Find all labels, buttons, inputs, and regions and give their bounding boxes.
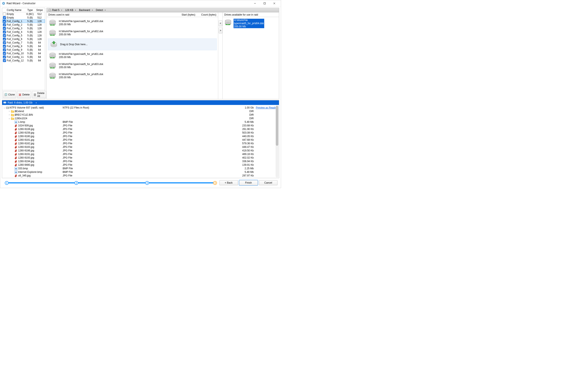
config-row[interactable]: Full_Config_3 5 (B) 128	[2, 26, 45, 30]
config-row[interactable]: Full_Config_7 5 (B) 64	[2, 41, 45, 44]
file-row[interactable]: 1280-9159.jpg JPG File 503.08 Kb	[2, 131, 279, 134]
config-row[interactable]: Full_Config_1 5 (B) 128	[2, 19, 45, 23]
config-checkbox[interactable]	[3, 34, 6, 37]
file-row[interactable]: 1280-9193.jpg JPG File 402.02 Kb	[2, 156, 279, 160]
folder-row[interactable]: ⌄ 1280x1024 DIR	[2, 116, 279, 120]
config-row[interactable]: Empty 5 (B) 512	[2, 16, 45, 19]
config-checkbox[interactable]	[3, 23, 6, 26]
expand-icon[interactable]: ⌄	[8, 117, 10, 120]
config-checkbox[interactable]	[3, 16, 6, 19]
delete-all-button[interactable]: Delete All	[32, 91, 46, 98]
file-size: 402.02 Kb	[237, 156, 256, 159]
move-right-button[interactable]: >	[219, 28, 222, 34]
file-row[interactable]: 1.bmp BMP File 5.49 Mb	[2, 120, 279, 124]
folder-row[interactable]: › $RECYCLE.BIN DIR	[2, 113, 279, 116]
file-type: BMP File	[62, 120, 212, 124]
config-checkbox[interactable]	[3, 20, 6, 23]
file-row[interactable]: 1280-9183.jpg JPG File 448.47 Kb	[2, 145, 279, 149]
config-checkbox[interactable]	[3, 27, 6, 30]
config-row[interactable]: Full_Config_6 5 (B) 128	[2, 37, 45, 41]
move-left-button[interactable]: <	[219, 20, 222, 26]
col-config-stripe[interactable]: Stripe	[35, 8, 44, 12]
drive-row[interactable]: H:\Work\File types\raid5_for_pr\d01.dsk2…	[47, 51, 218, 61]
finish-button[interactable]: Finish	[239, 180, 258, 185]
direction-dropdown[interactable]: Backward	[78, 8, 95, 12]
config-row[interactable]: Full_Config_2 5 (B) 128	[2, 23, 45, 26]
file-row[interactable]: u9_2923.jpg JPG File 378.47 Kb	[2, 177, 279, 178]
cancel-button[interactable]: Cancel	[259, 180, 277, 185]
raid-type-dropdown[interactable]: Raid 5	[47, 8, 64, 12]
scrollbar[interactable]	[276, 105, 279, 178]
file-row[interactable]: 1280-9191.jpg JPG File 489.16 Kb	[2, 152, 279, 156]
config-stripe: 512	[35, 16, 44, 19]
config-checkbox[interactable]	[3, 52, 6, 55]
maximize-button[interactable]	[260, 0, 269, 6]
file-row[interactable]: 333.bmp BMP File 2.25 Mb	[2, 166, 279, 170]
clone-button[interactable]: Clone	[3, 91, 16, 98]
config-row[interactable]: Full_Config_12 5 (B) 64	[2, 59, 45, 62]
drop-icon	[50, 40, 57, 48]
wizard-step-1[interactable]: 1	[5, 181, 8, 185]
config-row[interactable]: Full_Config_10 5 (B) 64	[2, 52, 45, 55]
close-button[interactable]	[269, 0, 279, 6]
drive-row[interactable]: H:\Work\File types\raid5_for_pr\d05.dsk2…	[47, 71, 218, 81]
file-row[interactable]: 1280-9186.jpg JPG File 419.50 Kb	[2, 149, 279, 152]
col-count-bytes[interactable]: Count (bytes)	[195, 13, 216, 16]
available-drive-row[interactable]: H:\Work\File types\raid5_for_pr\d04.dsk …	[223, 18, 278, 29]
config-row[interactable]: Full_Config_4 5 (B) 128	[2, 30, 45, 34]
file-row[interactable]: u8_345.jpg JPG File 297.97 Kb	[2, 174, 279, 177]
file-row[interactable]: 1024-509.jpg JPG File 233.68 Kb	[2, 124, 279, 127]
delete-button[interactable]: Delete	[17, 91, 31, 98]
file-name: 1280-9186.jpg	[18, 149, 34, 152]
drive-row[interactable]: H:\Work\File types\raid5_for_pr\d02.dsk2…	[47, 28, 218, 38]
col-config-type[interactable]: Type	[25, 8, 35, 12]
wizard-step-4[interactable]: 4	[213, 181, 217, 185]
file-name: 1.bmp	[18, 120, 25, 124]
drive-path: H:\Work\File	[234, 19, 264, 22]
config-row[interactable]: Full_Config_5 5 (B) 128	[2, 34, 45, 37]
drive-row[interactable]: H:\Work\File types\raid5_for_pr\d00.dsk2…	[47, 18, 218, 28]
hdd-icon	[224, 19, 232, 26]
file-row[interactable]: 1280-9108.jpg JPG File 261.90 Kb	[2, 127, 279, 131]
config-row[interactable]: Full_Config_11 5 (B) 64	[2, 55, 45, 59]
file-row[interactable]: 1280-9182.jpg JPG File 579.36 Kb	[2, 142, 279, 145]
expand-icon[interactable]: ›	[8, 110, 10, 112]
detect-dropdown[interactable]: Detect	[95, 8, 108, 12]
file-type: JPG File	[62, 124, 212, 127]
file-row[interactable]: 1280-9480.jpg JPG File 139.91 Kb	[2, 163, 279, 166]
config-checkbox[interactable]	[3, 12, 6, 16]
folder-row[interactable]: › $Extend DIR	[2, 109, 279, 113]
stripe-size-dropdown[interactable]: 128 KB	[64, 8, 78, 12]
volume-row[interactable]: ⌄ NTFS Volume 937 (raid5, raid) NTFS (22…	[2, 106, 279, 109]
config-row[interactable]: Empty 6 (BC) 512	[2, 12, 45, 16]
config-checkbox[interactable]	[3, 48, 6, 51]
config-checkbox[interactable]	[3, 56, 6, 58]
config-checkbox[interactable]	[3, 41, 6, 44]
wizard-step-2[interactable]: 2	[74, 181, 78, 185]
jpg-icon	[14, 128, 18, 131]
file-row[interactable]: 1280-9181.jpg JPG File 447.68 Kb	[2, 138, 279, 142]
file-row[interactable]: 1280-9180.jpg JPG File 440.05 Kb	[2, 134, 279, 138]
config-type: 5 (B)	[25, 59, 35, 62]
preview-link[interactable]: Preview as Reader	[256, 106, 277, 109]
expand-icon[interactable]: ›	[8, 114, 10, 116]
config-row[interactable]: Full_Config_8 5 (B) 64	[2, 44, 45, 48]
back-button[interactable]: < Back	[219, 180, 238, 185]
config-name: Full_Config_8	[7, 45, 25, 48]
config-row[interactable]: Full_Config_9 5 (B) 64	[2, 48, 45, 52]
config-checkbox[interactable]	[3, 45, 6, 48]
config-checkbox[interactable]	[3, 30, 6, 34]
minimize-button[interactable]	[250, 0, 260, 6]
file-row[interactable]: 1280-9194.jpg JPG File 336.94 Kb	[2, 160, 279, 163]
expand-icon[interactable]: ⌄	[3, 106, 5, 109]
drive-row[interactable]: H:\Work\File types\raid5_for_pr\d03.dsk2…	[47, 61, 218, 71]
wizard-step-3[interactable]: 3	[145, 181, 149, 185]
file-row[interactable]: Internet Explorer.bmp BMP File 5.49 Mb	[2, 170, 279, 174]
drop-zone[interactable]: Drag & Drop Disk here...	[48, 38, 217, 50]
col-config-name[interactable]: Config Name	[7, 8, 25, 12]
config-checkbox[interactable]	[3, 59, 6, 62]
raid-summary-dropdown[interactable]: Raid: 6 disks, 1.00 Gb	[7, 101, 37, 104]
col-start-bytes[interactable]: Start (bytes)	[176, 13, 195, 16]
config-checkbox[interactable]	[3, 38, 6, 40]
config-type: 5 (B)	[25, 23, 35, 26]
